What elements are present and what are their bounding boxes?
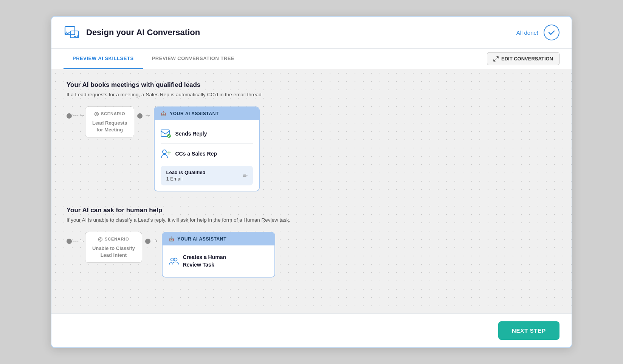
human-help-desc: If your AI is unable to classify a Lead'… — [67, 217, 556, 223]
tab-preview-tree[interactable]: PREVIEW CONVERSATION TREE — [143, 49, 244, 69]
start-dot — [67, 113, 72, 119]
connector-dot — [137, 113, 143, 119]
conversation-icon — [64, 24, 80, 41]
arrow-right-human: → — [78, 237, 85, 245]
tabs-bar: PREVIEW AI SKILLSETS PREVIEW CONVERSATIO… — [51, 49, 572, 69]
flow-start-meeting: - - - → — [67, 112, 85, 120]
divider-1 — [161, 143, 253, 144]
ai-box-human: 🤖 YOUR AI ASSISTANT — [162, 232, 275, 278]
scenario-value-meeting: Lead Requestsfor Meeting — [92, 120, 127, 133]
sends-reply-label: Sends Reply — [175, 131, 207, 137]
scenario-value-human: Unable to ClassifyLead Intent — [92, 245, 135, 259]
ai-box-meeting: 🤖 YOUR AI ASSISTANT — [154, 106, 260, 191]
connector-arrow-human: → — [152, 237, 159, 245]
ai-box-body-human: Creates a HumanReview Task — [163, 245, 274, 277]
people-icon — [169, 256, 179, 267]
done-check-icon — [544, 25, 559, 40]
qualified-card-title: Lead is Qualified — [166, 170, 205, 175]
arrow-right: → — [78, 112, 85, 120]
svg-point-8 — [174, 258, 177, 261]
modal-header: Design your AI Conversation All done! — [51, 17, 572, 49]
meeting-section: Your AI books meetings with qualified le… — [67, 81, 556, 191]
creates-task-label: Creates a HumanReview Task — [183, 254, 226, 268]
creates-task-action: Creates a HumanReview Task — [169, 251, 268, 271]
meeting-section-title: Your AI books meetings with qualified le… — [67, 81, 556, 89]
connector-human: → — [145, 237, 159, 245]
robot-icon-meeting: 🤖 — [161, 111, 167, 116]
meeting-section-desc: If a Lead requests for a meeting, a Sale… — [67, 92, 556, 97]
all-done-label: All done! — [516, 29, 538, 36]
connector-dot-human — [145, 239, 150, 244]
ccs-rep-label: CCs a Sales Rep — [175, 151, 217, 157]
signal-icon-human: ◎ — [98, 236, 103, 242]
robot-icon-human: 🤖 — [169, 236, 175, 242]
expand-icon — [493, 56, 499, 62]
flow-start-human: - - - → — [67, 237, 85, 245]
qualified-card-edit-icon[interactable]: ✏ — [243, 172, 248, 179]
human-help-flow-row: - - - → ◎ SCENARIO Unable to ClassifyLea… — [67, 232, 556, 278]
page-title: Design your AI Conversation — [86, 28, 516, 37]
svg-point-7 — [170, 258, 174, 261]
scenario-box-meeting: ◎ SCENARIO Lead Requestsfor Meeting — [85, 106, 134, 137]
ai-box-header-human: 🤖 YOUR AI ASSISTANT — [163, 233, 274, 245]
ai-box-body-meeting: Sends Reply — [155, 120, 259, 191]
signal-icon: ◎ — [94, 111, 99, 117]
meeting-flow-row: - - - → ◎ SCENARIO Lead Requestsfor Meet… — [67, 106, 556, 191]
qualified-card-subtitle: 1 Email — [166, 176, 205, 182]
modal-footer: NEXT STEP — [51, 313, 572, 347]
human-help-title: Your AI can ask for human help — [67, 207, 556, 214]
ccs-rep-action: CCs a Sales Rep — [161, 145, 253, 162]
ai-box-header-meeting: 🤖 YOUR AI ASSISTANT — [155, 107, 259, 120]
sends-reply-action: Sends Reply — [161, 125, 253, 142]
person-add-icon — [161, 148, 171, 159]
dashed-connector: - - - — [73, 112, 77, 120]
dashed-connector-human: - - - — [73, 237, 77, 245]
connector-arrow: → — [144, 112, 151, 120]
content-area: Your AI books meetings with qualified le… — [51, 69, 572, 313]
scenario-box-human: ◎ SCENARIO Unable to ClassifyLead Intent — [85, 232, 142, 263]
human-help-section: Your AI can ask for human help If your A… — [67, 207, 556, 278]
start-dot-human — [67, 239, 72, 244]
qualified-card-content: Lead is Qualified 1 Email — [166, 170, 205, 182]
next-step-button[interactable]: NEXT STEP — [498, 321, 559, 340]
svg-point-4 — [163, 150, 166, 154]
edit-conversation-label: EDIT CONVERSATION — [501, 56, 553, 62]
qualified-card[interactable]: Lead is Qualified 1 Email ✏ — [161, 166, 253, 185]
scenario-label-meeting: ◎ SCENARIO — [94, 111, 125, 117]
tab-preview-skillsets[interactable]: PREVIEW AI SKILLSETS — [64, 49, 143, 69]
connector-meeting: → — [137, 112, 151, 120]
modal-container: Design your AI Conversation All done! PR… — [51, 16, 572, 348]
email-check-icon — [161, 128, 171, 139]
scenario-label-human: ◎ SCENARIO — [98, 236, 129, 242]
edit-conversation-button[interactable]: EDIT CONVERSATION — [487, 52, 559, 65]
